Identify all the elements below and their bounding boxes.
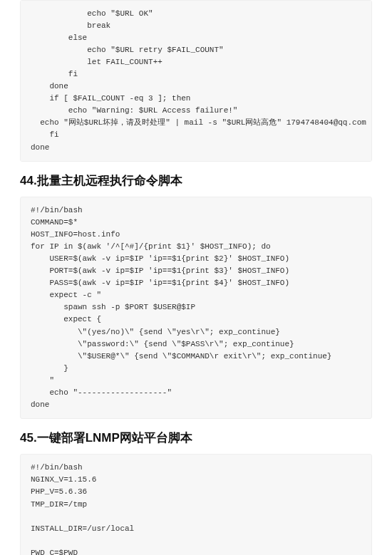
- heading-44: 44.批量主机远程执行命令脚本: [20, 172, 372, 190]
- code-block-44: #!/bin/bash COMMAND=$* HOST_INFO=host.in…: [20, 197, 372, 419]
- code-block-45: #!/bin/bash NGINX_V=1.15.6 PHP_V=5.6.36 …: [20, 454, 372, 555]
- code-block-43-tail: echo "$URL OK" break else echo "$URL ret…: [20, 0, 372, 162]
- heading-45: 45.一键部署LNMP网站平台脚本: [20, 429, 372, 447]
